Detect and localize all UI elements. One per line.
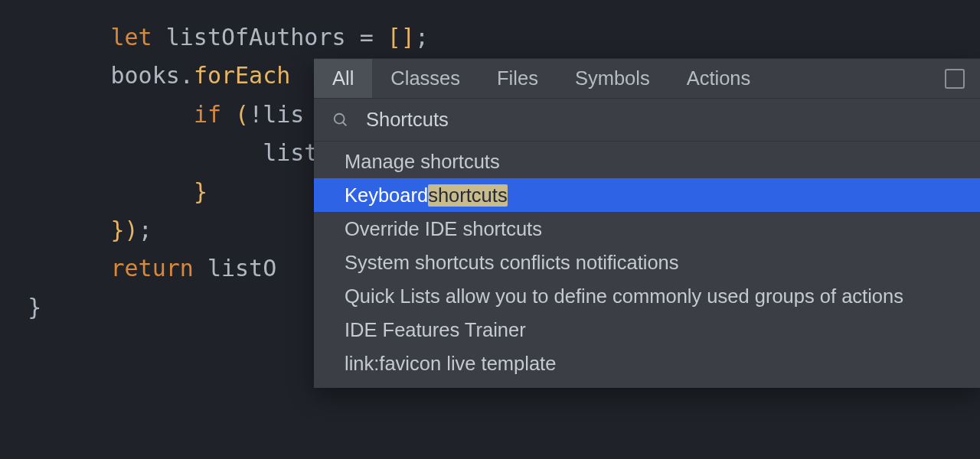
search-everywhere-popup: AllClassesFilesSymbolsActions Shortcuts … bbox=[314, 58, 980, 388]
result-item[interactable]: IDE Features Trainer bbox=[314, 313, 980, 347]
result-text: Override IDE shortcuts bbox=[345, 218, 542, 240]
result-item[interactable]: Quick Lists allow you to define commonly… bbox=[314, 279, 980, 313]
popup-tabs: AllClassesFilesSymbolsActions bbox=[314, 59, 980, 99]
code-line: let listOfAuthors = []; bbox=[0, 18, 980, 57]
pin-checkbox[interactable] bbox=[945, 69, 965, 89]
result-item[interactable]: System shortcuts conflicts notifications bbox=[314, 246, 980, 279]
result-text: System shortcuts conflicts notifications bbox=[345, 252, 679, 274]
result-text: IDE Features Trainer bbox=[345, 319, 526, 341]
result-item[interactable]: link:favicon live template bbox=[314, 347, 980, 380]
result-item[interactable]: Keyboard shortcuts bbox=[314, 178, 980, 212]
result-text: Quick Lists allow you to define commonly… bbox=[345, 285, 903, 308]
result-item[interactable]: Override IDE shortcuts bbox=[314, 212, 980, 246]
results-list: Manage shortcutsKeyboard shortcutsOverri… bbox=[314, 142, 980, 388]
result-item[interactable]: Manage shortcuts bbox=[314, 145, 980, 178]
tab-all[interactable]: All bbox=[314, 59, 372, 98]
tab-files[interactable]: Files bbox=[479, 59, 557, 98]
match-highlight: shortcuts bbox=[428, 184, 507, 207]
search-input[interactable]: Shortcuts bbox=[366, 109, 449, 131]
svg-line-1 bbox=[343, 122, 347, 125]
result-text: Manage shortcuts bbox=[345, 151, 500, 173]
search-icon bbox=[332, 112, 349, 129]
tab-actions[interactable]: Actions bbox=[668, 59, 769, 98]
svg-point-0 bbox=[335, 113, 345, 123]
result-text: link:favicon live template bbox=[345, 353, 556, 375]
tab-classes[interactable]: Classes bbox=[372, 59, 479, 98]
result-text: Keyboard bbox=[345, 184, 428, 207]
tab-symbols[interactable]: Symbols bbox=[557, 59, 668, 98]
search-row: Shortcuts bbox=[314, 99, 980, 142]
